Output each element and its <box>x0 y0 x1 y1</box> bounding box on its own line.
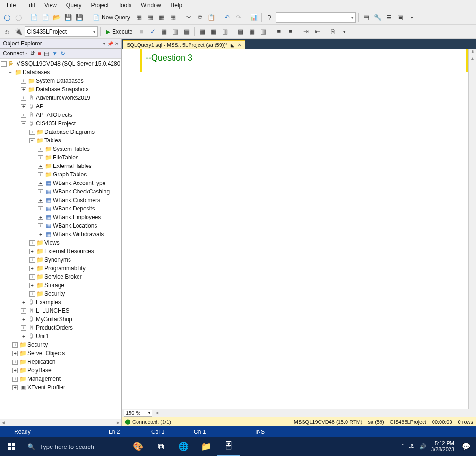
panel-dropdown-icon[interactable]: ▾ <box>103 41 105 46</box>
panel-close-icon[interactable]: ✕ <box>115 41 119 46</box>
zoom-combo[interactable]: 150 %▾ <box>124 410 152 417</box>
template-explorer-button[interactable]: ▣ <box>395 12 406 23</box>
dmx-query-button[interactable]: ▦ <box>145 12 156 23</box>
taskbar-app-explorer[interactable]: 📁 <box>195 437 217 456</box>
cancel-query-button[interactable]: ■ <box>136 26 147 37</box>
file-tables-node[interactable]: FileTables <box>53 153 78 162</box>
change-conn-button[interactable]: 🔌 <box>13 26 24 37</box>
programmability-node[interactable]: Programmability <box>44 264 86 272</box>
server-node[interactable]: MSSQL19CVD48 (SQL Server 15.0.4280 <box>16 60 120 68</box>
menu-view[interactable]: View <box>40 1 61 9</box>
scroll-up-icon[interactable]: ▲ <box>470 56 475 62</box>
storage-node[interactable]: Storage <box>44 281 64 289</box>
ap-allobjects-node[interactable]: AP_AllObjects <box>36 111 72 119</box>
results-grid-button[interactable]: ▦ <box>247 26 257 37</box>
security-node[interactable]: Security <box>27 341 48 349</box>
table-accounttype[interactable]: WBank.AccountType <box>53 179 105 187</box>
connect-button[interactable]: Connect▾ <box>3 50 27 57</box>
copy-button[interactable]: ⧉ <box>195 12 205 23</box>
save-all-button[interactable]: 💾 <box>74 12 85 23</box>
new-project-button[interactable]: 📄 <box>29 12 39 23</box>
system-tables-node[interactable]: System Tables <box>53 145 90 153</box>
graph-tables-node[interactable]: Graph Tables <box>53 170 87 179</box>
filter-funnel-icon[interactable]: ▼ <box>52 50 58 57</box>
query-options-button[interactable]: ▥ <box>170 26 181 37</box>
management-node[interactable]: Management <box>27 375 61 383</box>
new-query-button[interactable]: 📄 New Query <box>90 12 133 23</box>
server-objects-node[interactable]: Server Objects <box>27 349 65 358</box>
table-customers[interactable]: WBank.Customers <box>53 196 100 204</box>
activity-monitor-button[interactable]: 📊 <box>249 12 259 23</box>
cis435l-node[interactable]: CIS435LProject <box>36 119 76 128</box>
new-item-button[interactable]: 📄 <box>40 12 51 23</box>
specify-values-button[interactable]: ⎘ <box>328 26 338 37</box>
indent-button[interactable]: ⇥ <box>301 26 311 37</box>
stop-icon[interactable]: ■ <box>38 50 41 57</box>
views-node[interactable]: Views <box>44 238 60 247</box>
redo-button[interactable]: ↷ <box>233 12 243 23</box>
code-content[interactable]: --Question 3 <box>142 49 468 409</box>
estimated-plan-button[interactable]: ▦ <box>159 26 169 37</box>
object-explorer-tree[interactable]: −🗄MSSQL19CVD48 (SQL Server 15.0.4280 −📁D… <box>0 59 121 419</box>
open-button[interactable]: 📂 <box>52 12 62 23</box>
taskbar-app-edge[interactable]: 🌐 <box>172 437 195 456</box>
menu-file[interactable]: File <box>2 1 20 9</box>
database-combo[interactable]: CIS435LProject▾ <box>25 26 98 37</box>
db-snapshots-node[interactable]: Database Snapshots <box>36 85 88 94</box>
object-explorer-scroll-h[interactable]: ◄► <box>0 419 121 426</box>
tables-node[interactable]: Tables <box>44 136 61 145</box>
tray-volume-icon[interactable]: 🔊 <box>419 443 426 450</box>
toolbar2-overflow[interactable]: ▾ <box>339 26 349 37</box>
examples-db-node[interactable]: Examples <box>36 298 61 307</box>
table-checkcashing[interactable]: WBank.CheckCashing <box>53 187 110 196</box>
table-employees[interactable]: WBank.Employees <box>53 213 101 221</box>
cut-button[interactable]: ✂ <box>183 12 194 23</box>
panel-pin-icon[interactable]: 📌 <box>107 41 113 46</box>
table-withdrawals[interactable]: WBank.Withdrawals <box>53 230 104 238</box>
taskbar-app-copilot[interactable]: 🎨 <box>127 437 149 456</box>
tray-chevron-icon[interactable]: ˄ <box>401 443 404 450</box>
myguitarshop-db-node[interactable]: MyGuitarShop <box>36 315 72 324</box>
use-db-button[interactable]: ⎌ <box>2 26 12 37</box>
adventureworks-node[interactable]: AdventureWorks2019 <box>36 94 90 102</box>
nav-back-button[interactable]: ◯ <box>2 12 12 23</box>
filter-icon[interactable]: ▤ <box>44 50 49 57</box>
table-locations[interactable]: WBank.Locations <box>53 221 97 230</box>
live-stats-button[interactable]: ▦ <box>208 26 219 37</box>
disconnect-icon[interactable]: ⇵ <box>30 50 35 57</box>
save-button[interactable]: 💾 <box>63 12 73 23</box>
table-deposits[interactable]: WBank.Deposits <box>53 204 95 213</box>
external-resources-node[interactable]: External Resources <box>44 247 94 255</box>
llunches-db-node[interactable]: L_LUNCHES <box>36 307 69 315</box>
undo-button[interactable]: ↶ <box>222 12 232 23</box>
tab-pin-icon[interactable]: ⬕ <box>230 43 234 48</box>
taskbar-search[interactable]: 🔍 Type here to search <box>23 437 127 456</box>
taskbar-app-ssms[interactable]: 🗄 <box>217 437 240 456</box>
toolbox-button[interactable]: ☰ <box>384 12 394 23</box>
nav-fwd-button[interactable]: ◯ <box>13 12 24 23</box>
start-button[interactable] <box>0 437 23 456</box>
xevent-profiler-node[interactable]: XEvent Profiler <box>27 383 65 392</box>
menu-help[interactable]: Help <box>166 1 187 9</box>
outdent-button[interactable]: ⇤ <box>312 26 322 37</box>
find-combo[interactable]: ▾ <box>276 12 356 23</box>
menu-query[interactable]: Query <box>61 1 87 9</box>
actual-plan-button[interactable]: ▦ <box>197 26 208 37</box>
productorders-db-node[interactable]: ProductOrders <box>36 324 73 332</box>
menu-window[interactable]: Window <box>136 1 166 9</box>
find-button[interactable]: ⚲ <box>264 12 275 23</box>
comment-button[interactable]: ≡ <box>274 26 284 37</box>
xmla-query-button[interactable]: ▦ <box>156 12 167 23</box>
scroll-left-icon[interactable]: ◄ <box>155 411 159 415</box>
polybase-node[interactable]: PolyBase <box>27 366 52 375</box>
client-stats-button[interactable]: ▥ <box>220 26 230 37</box>
menu-project[interactable]: Project <box>87 1 113 9</box>
results-text-button[interactable]: ▤ <box>235 26 246 37</box>
synonyms-node[interactable]: Synonyms <box>44 255 71 264</box>
db-security-node[interactable]: Security <box>44 289 65 298</box>
notification-button[interactable]: 💬 <box>459 442 473 451</box>
refresh-icon[interactable]: ↻ <box>61 50 65 57</box>
replication-node[interactable]: Replication <box>27 358 55 366</box>
properties-button[interactable]: 🔧 <box>372 12 383 23</box>
ap-node[interactable]: AP <box>36 102 43 111</box>
